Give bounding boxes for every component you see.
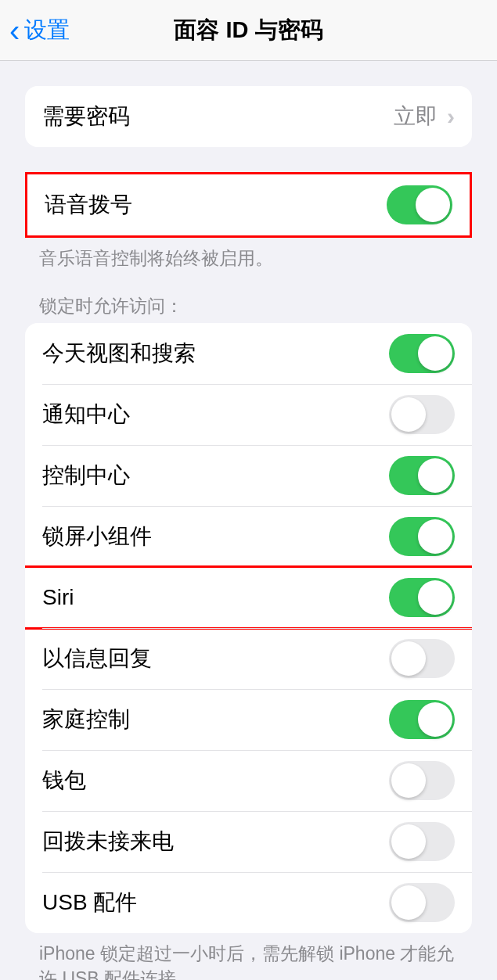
- toggle-knob: [418, 702, 452, 737]
- row-label: 锁屏小组件: [42, 522, 152, 551]
- lock-item-toggle[interactable]: [389, 517, 455, 556]
- lock-item-toggle[interactable]: [389, 761, 455, 800]
- lock-item-row: USB 配件: [25, 872, 472, 933]
- lock-item-row: 回拨未接来电: [25, 811, 472, 872]
- lock-item-row: Siri: [25, 567, 472, 628]
- row-label: 回拨未接来电: [42, 827, 174, 856]
- toggle-knob: [418, 580, 452, 615]
- toggle-knob: [391, 397, 426, 432]
- voice-dial-footer: 音乐语音控制将始终被启用。: [39, 246, 458, 271]
- toggle-knob: [391, 824, 426, 859]
- voice-dial-group: 语音拨号: [25, 172, 472, 238]
- page-title: 面容 ID 与密码: [0, 15, 497, 46]
- lock-item-toggle[interactable]: [389, 395, 455, 434]
- toggle-knob: [418, 458, 452, 493]
- row-label: 今天视图和搜索: [42, 339, 196, 368]
- voice-dial-toggle[interactable]: [387, 185, 452, 224]
- settings-content: 需要密码 立即 › 语音拨号 音乐语音控制将始终被启用。 锁定时允许访问： 今天…: [0, 86, 497, 980]
- navigation-bar: ‹ 设置 面容 ID 与密码: [0, 0, 497, 61]
- row-label: 语音拨号: [45, 190, 132, 220]
- lock-access-group: 今天视图和搜索通知中心控制中心锁屏小组件Siri以信息回复家庭控制钱包回拨未接来…: [25, 323, 472, 933]
- toggle-knob: [391, 641, 426, 676]
- require-passcode-row[interactable]: 需要密码 立即 ›: [25, 86, 472, 147]
- chevron-left-icon: ‹: [9, 15, 20, 46]
- lock-item-row: 以信息回复: [25, 628, 472, 689]
- lock-item-row: 钱包: [25, 750, 472, 811]
- lock-item-row: 锁屏小组件: [25, 506, 472, 567]
- lock-item-row: 控制中心: [25, 445, 472, 506]
- toggle-knob: [416, 188, 450, 222]
- lock-item-row: 今天视图和搜索: [25, 323, 472, 384]
- row-label: 通知中心: [42, 400, 130, 429]
- lock-item-toggle[interactable]: [389, 822, 455, 861]
- lock-item-toggle[interactable]: [389, 883, 455, 922]
- usb-footer: iPhone 锁定超过一小时后，需先解锁 iPhone 才能允许 USB 配件连…: [39, 941, 458, 980]
- row-label: 以信息回复: [42, 644, 152, 673]
- row-label: 家庭控制: [42, 705, 130, 734]
- row-label: 钱包: [42, 766, 86, 795]
- toggle-knob: [391, 763, 426, 798]
- lock-item-row: 通知中心: [25, 384, 472, 445]
- back-button[interactable]: ‹ 设置: [0, 15, 70, 46]
- lock-item-toggle[interactable]: [389, 578, 455, 617]
- row-detail: 立即 ›: [394, 102, 455, 131]
- lock-item-toggle[interactable]: [389, 700, 455, 739]
- lock-item-toggle[interactable]: [389, 334, 455, 373]
- chevron-right-icon: ›: [447, 103, 455, 130]
- row-label: 控制中心: [42, 461, 130, 490]
- row-label: 需要密码: [42, 102, 130, 131]
- lock-access-header: 锁定时允许访问：: [39, 294, 458, 318]
- lock-item-toggle[interactable]: [389, 639, 455, 678]
- row-label: USB 配件: [42, 888, 137, 917]
- row-label: Siri: [42, 585, 74, 610]
- back-label: 设置: [24, 15, 70, 46]
- toggle-knob: [418, 519, 452, 554]
- row-value: 立即: [394, 102, 438, 131]
- lock-item-row: 家庭控制: [25, 689, 472, 750]
- passcode-group: 需要密码 立即 ›: [25, 86, 472, 147]
- voice-dial-row: 语音拨号: [27, 174, 470, 235]
- toggle-knob: [418, 336, 452, 371]
- lock-item-toggle[interactable]: [389, 456, 455, 495]
- toggle-knob: [391, 885, 426, 920]
